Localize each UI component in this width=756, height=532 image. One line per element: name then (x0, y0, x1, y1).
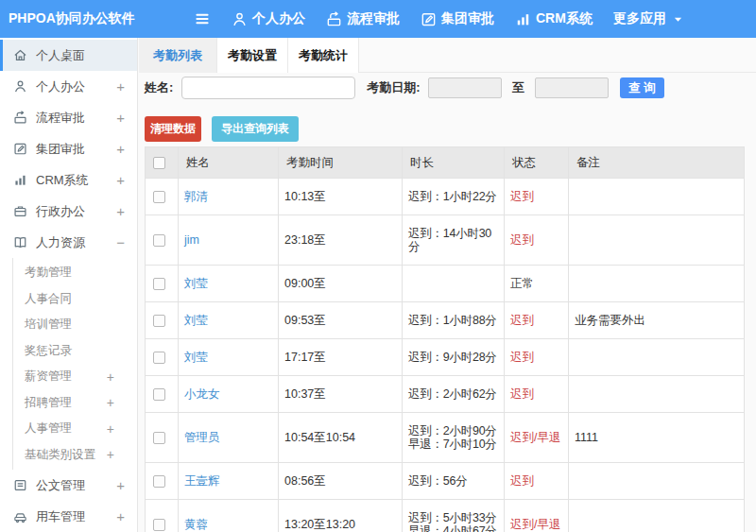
sidebar-item-admin-office[interactable]: 行政办公+ (0, 196, 137, 227)
sidebar-item-label: 用车管理 (36, 508, 85, 525)
flow-icon (13, 111, 27, 125)
main-content: 考勤列表考勤设置考勤统计 姓名: 考勤日期: 至 查 询 清理数据 导出查询列表… (139, 38, 756, 532)
attendance-time: 13:20至13:20 (279, 500, 403, 532)
action-row: 清理数据 导出查询列表 (139, 116, 756, 142)
nav-more-apps[interactable]: 更多应用 (613, 10, 684, 27)
note (569, 500, 745, 532)
search-button[interactable]: 查 询 (620, 77, 664, 98)
sidebar-subitem-training-management[interactable]: 培训管理 (13, 312, 137, 338)
sidebar-subitem-label: 考勤管理 (25, 265, 72, 281)
sidebar-subitem-personnel-contract[interactable]: 人事合同 (13, 286, 137, 313)
to-label: 至 (512, 79, 524, 96)
sidebar-subitem-reward-punishment[interactable]: 奖惩记录 (13, 338, 137, 365)
attendance-time: 17:17至 (279, 339, 403, 376)
col-header: 状态 (505, 147, 569, 179)
tab-attendance-list[interactable]: 考勤列表 (139, 38, 217, 73)
attendance-time: 08:56至 (279, 463, 403, 500)
sidebar-item-human-resources[interactable]: 人力资源− (0, 227, 137, 258)
nav-workflow-approval[interactable]: 流程审批 (326, 10, 400, 27)
tab-attendance-stats[interactable]: 考勤统计 (288, 38, 359, 73)
sidebar-item-workflow-approval[interactable]: 流程审批+ (0, 102, 137, 133)
sidebar-item-crm-system[interactable]: CRM系统+ (0, 164, 137, 196)
note (569, 266, 745, 302)
flow-icon (326, 11, 342, 27)
row-checkbox[interactable] (153, 315, 165, 327)
expand-icon: + (116, 78, 125, 94)
sidebar-item-label: 集团审批 (36, 141, 85, 158)
note (569, 376, 745, 413)
date-label: 考勤日期: (367, 79, 420, 96)
employee-name-link[interactable]: 刘莹 (184, 351, 208, 364)
chart-icon (13, 173, 27, 187)
tab-attendance-settings[interactable]: 考勤设置 (216, 38, 288, 73)
col-header: 时长 (403, 147, 505, 179)
sidebar-item-vehicle-management[interactable]: 用车管理+ (0, 501, 137, 532)
sidebar-item-personal-office[interactable]: 个人办公+ (0, 71, 137, 102)
nav-label: 集团审批 (441, 10, 494, 27)
table-row: jim23:18至迟到：14小时30分迟到 (146, 215, 745, 266)
note (569, 215, 745, 266)
menu-toggle-icon[interactable] (194, 10, 211, 27)
sidebar-subitem-recruitment-management[interactable]: 招聘管理+ (13, 390, 137, 417)
row-checkbox[interactable] (153, 191, 165, 203)
attendance-table: 姓名考勤时间时长状态备注 郭清10:13至迟到：1小时22分迟到jim23:18… (145, 146, 745, 532)
row-checkbox[interactable] (153, 388, 165, 401)
clean-data-button[interactable]: 清理数据 (145, 116, 201, 142)
date-to-input[interactable] (535, 77, 609, 98)
employee-name-link[interactable]: 刘莹 (184, 277, 208, 290)
status-badge: 迟到/早退 (510, 431, 560, 444)
note: 业务需要外出 (569, 302, 745, 339)
nav-crm-system[interactable]: CRM系统 (515, 10, 593, 27)
attendance-time: 23:18至 (279, 215, 403, 266)
employee-name-link[interactable]: 黄蓉 (184, 518, 208, 531)
attendance-time: 10:54至10:54 (279, 413, 403, 463)
nav-group-approval[interactable]: 集团审批 (421, 10, 494, 27)
expand-icon: + (107, 421, 114, 437)
date-from-input[interactable] (428, 77, 502, 98)
employee-name-link[interactable]: 王壹辉 (184, 474, 220, 488)
edit-icon (13, 142, 27, 156)
table-row: 刘莹09:53至迟到：1小时88分迟到业务需要外出 (146, 302, 745, 339)
sidebar-subitem-personnel-management[interactable]: 人事管理+ (13, 416, 137, 442)
sidebar-item-document-management[interactable]: 公文管理+ (0, 470, 137, 501)
app-title: PHPOA协同办公软件 (0, 10, 137, 27)
sidebar-subitem-label: 薪资管理 (25, 369, 72, 385)
sidebar-item-group-approval[interactable]: 集团审批+ (0, 133, 137, 164)
doc-icon (13, 478, 27, 492)
employee-name-link[interactable]: 小龙女 (184, 387, 220, 401)
employee-name-link[interactable]: 刘莹 (184, 314, 208, 327)
sidebar-subitem-label: 招聘管理 (25, 395, 72, 411)
home-icon (13, 48, 27, 62)
table-row: 刘莹09:00至正常 (146, 266, 745, 302)
sidebar-subitem-basic-category-settings[interactable]: 基础类别设置+ (13, 442, 137, 469)
duration: 迟到：5小时33分 早退：4小时67分 (403, 500, 505, 532)
nav-personal-office[interactable]: 个人办公 (232, 10, 305, 27)
employee-name-link[interactable]: 郭清 (184, 190, 208, 203)
sidebar-item-personal-desktop[interactable]: 个人桌面 (0, 40, 137, 71)
row-checkbox[interactable] (153, 432, 165, 444)
row-checkbox[interactable] (153, 475, 165, 488)
col-header: 姓名 (179, 147, 279, 179)
employee-name-link[interactable]: jim (184, 233, 199, 247)
row-checkbox[interactable] (153, 278, 165, 290)
nav-label: 流程审批 (347, 10, 400, 27)
name-input[interactable] (181, 77, 355, 99)
status-badge: 迟到 (510, 474, 534, 488)
row-checkbox[interactable] (153, 519, 165, 531)
sidebar-item-label: 个人办公 (36, 78, 85, 95)
book-icon (13, 235, 27, 249)
expand-icon: + (116, 477, 125, 493)
select-all-checkbox[interactable] (153, 157, 165, 169)
sidebar-subitem-attendance-management[interactable]: 考勤管理 (13, 260, 137, 286)
sidebar-subitem-salary-management[interactable]: 薪资管理+ (13, 364, 137, 390)
sidebar: 个人桌面个人办公+流程审批+集团审批+CRM系统+行政办公+人力资源−考勤管理人… (0, 38, 138, 532)
nav-label: 更多应用 (613, 10, 666, 27)
expand-icon: + (107, 395, 114, 410)
status-badge: 正常 (510, 277, 534, 290)
row-checkbox[interactable] (153, 234, 165, 247)
row-checkbox[interactable] (153, 352, 165, 364)
employee-name-link[interactable]: 管理员 (184, 431, 220, 444)
export-list-button[interactable]: 导出查询列表 (212, 116, 299, 142)
note (569, 463, 745, 500)
top-header: PHPOA协同办公软件 个人办公流程审批集团审批CRM系统更多应用 (0, 0, 756, 38)
